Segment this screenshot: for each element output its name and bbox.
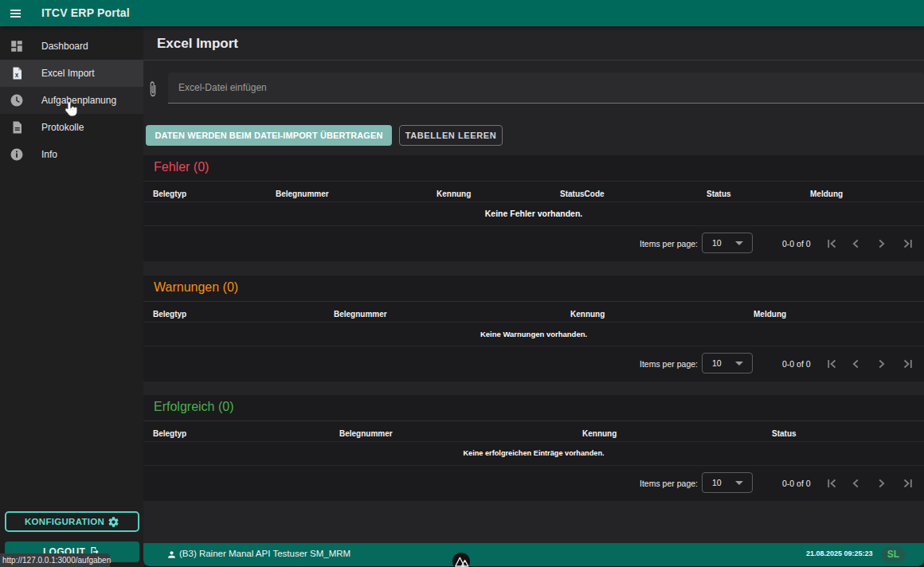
svg-text:x: x bbox=[15, 72, 19, 79]
